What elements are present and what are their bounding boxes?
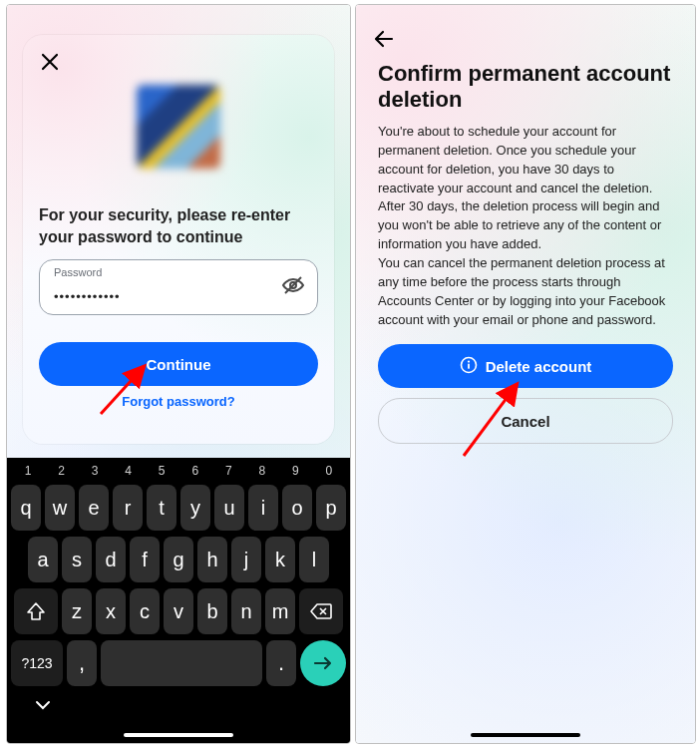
key-i[interactable]: i xyxy=(248,485,278,531)
shift-key[interactable] xyxy=(14,588,58,634)
on-screen-keyboard: 1234567890 qwertyuiop asdfghjkl zxcvbnm … xyxy=(7,458,350,743)
chevron-down-icon[interactable] xyxy=(35,697,51,715)
num-hint-5: 5 xyxy=(147,464,176,478)
home-indicator xyxy=(124,733,233,737)
continue-button[interactable]: Continue xyxy=(39,342,318,386)
key-t[interactable]: t xyxy=(147,485,176,531)
space-key[interactable] xyxy=(101,640,262,686)
key-h[interactable]: h xyxy=(197,537,227,582)
backspace-key[interactable] xyxy=(299,588,343,634)
key-l[interactable]: l xyxy=(299,537,329,582)
key-y[interactable]: y xyxy=(180,485,210,531)
password-field[interactable]: Password •••••••••••• xyxy=(39,259,318,315)
key-s[interactable]: s xyxy=(62,537,92,582)
info-icon xyxy=(460,356,478,377)
key-d[interactable]: d xyxy=(96,537,126,582)
num-hint-4: 4 xyxy=(114,464,144,478)
password-label: Password xyxy=(54,266,102,278)
num-hint-9: 9 xyxy=(280,464,310,478)
security-prompt: For your security, please re-enter your … xyxy=(39,204,318,247)
num-hint-0: 0 xyxy=(314,464,344,478)
num-hint-2: 2 xyxy=(47,464,77,478)
key-a[interactable]: a xyxy=(28,537,58,582)
num-hint-3: 3 xyxy=(80,464,110,478)
symbols-key[interactable]: ?123 xyxy=(11,640,63,686)
key-q[interactable]: q xyxy=(11,485,41,531)
num-hint-8: 8 xyxy=(247,464,277,478)
close-icon[interactable] xyxy=(37,49,63,75)
cancel-button[interactable]: Cancel xyxy=(378,398,673,444)
key-f[interactable]: f xyxy=(130,537,160,582)
key-k[interactable]: k xyxy=(265,537,295,582)
key-g[interactable]: g xyxy=(164,537,193,582)
key-v[interactable]: v xyxy=(164,588,193,634)
key-r[interactable]: r xyxy=(113,485,143,531)
home-indicator xyxy=(471,733,580,737)
delete-account-button[interactable]: Delete account xyxy=(378,344,673,388)
key-c[interactable]: c xyxy=(130,588,160,634)
key-u[interactable]: u xyxy=(214,485,244,531)
key-e[interactable]: e xyxy=(79,485,109,531)
key-w[interactable]: w xyxy=(45,485,75,531)
enter-key[interactable] xyxy=(300,640,346,686)
avatar xyxy=(137,85,220,169)
delete-account-label: Delete account xyxy=(486,358,592,375)
comma-key[interactable]: , xyxy=(67,640,97,686)
key-n[interactable]: n xyxy=(231,588,261,634)
key-o[interactable]: o xyxy=(282,485,312,531)
num-hint-6: 6 xyxy=(180,464,210,478)
period-key[interactable]: . xyxy=(266,640,296,686)
password-card: For your security, please re-enter your … xyxy=(23,35,334,444)
num-hint-1: 1 xyxy=(13,464,43,478)
key-j[interactable]: j xyxy=(231,537,261,582)
svg-point-2 xyxy=(468,360,470,362)
forgot-password-link[interactable]: Forgot password? xyxy=(23,394,334,409)
key-z[interactable]: z xyxy=(62,588,92,634)
num-hint-7: 7 xyxy=(213,464,243,478)
deletion-warning-text: You're about to schedule your account fo… xyxy=(378,123,673,254)
svg-rect-3 xyxy=(468,363,470,368)
visibility-toggle-icon[interactable] xyxy=(281,273,305,301)
password-value: •••••••••••• xyxy=(54,289,121,304)
page-title: Confirm permanent account deletion xyxy=(378,61,673,114)
key-m[interactable]: m xyxy=(265,588,295,634)
key-b[interactable]: b xyxy=(197,588,227,634)
key-x[interactable]: x xyxy=(96,588,126,634)
key-p[interactable]: p xyxy=(316,485,346,531)
back-icon[interactable] xyxy=(372,27,396,55)
cancellation-info-text: You can cancel the permanent deletion pr… xyxy=(378,254,673,329)
